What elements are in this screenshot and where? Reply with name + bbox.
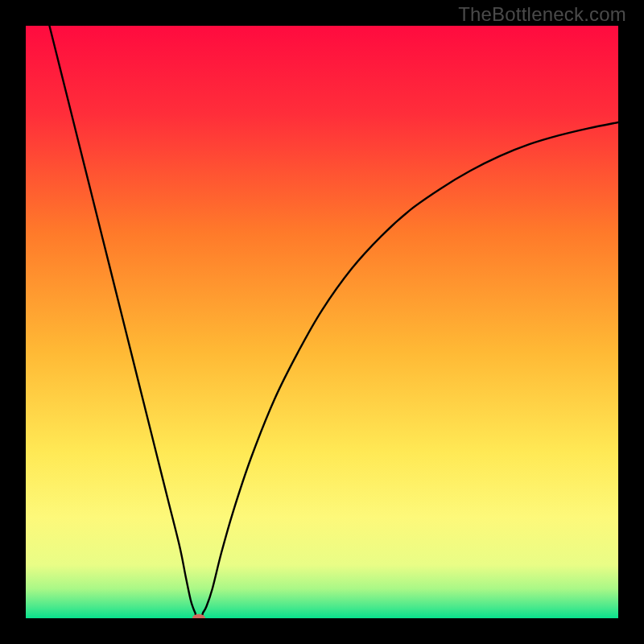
outer-frame: TheBottleneck.com bbox=[0, 0, 644, 644]
plot-area bbox=[26, 26, 618, 618]
gradient-background bbox=[26, 26, 618, 618]
watermark-text: TheBottleneck.com bbox=[458, 3, 626, 26]
chart-svg bbox=[26, 26, 618, 618]
